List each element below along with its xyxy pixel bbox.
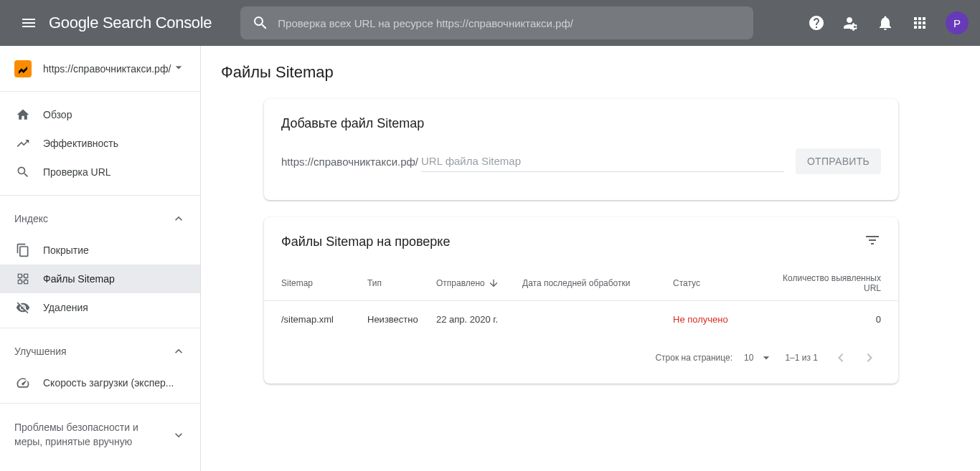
table-title: Файлы Sitemap на проверке	[281, 234, 450, 249]
filter-button[interactable]	[864, 232, 881, 252]
prev-page-button[interactable]	[829, 346, 852, 369]
cell-sent: 22 апр. 2020 г.	[436, 314, 522, 325]
home-icon	[14, 106, 32, 123]
property-url: https://справочниктакси.рф/	[43, 63, 171, 75]
header-actions: P	[802, 9, 969, 37]
sidebar-item-url-inspection[interactable]: Проверка URL	[0, 158, 200, 186]
cell-urlcount: 0	[766, 314, 881, 325]
search-icon	[14, 163, 32, 181]
sidebar-section-enhancements[interactable]: Улучшения	[0, 334, 200, 368]
chevron-up-icon	[171, 211, 186, 226]
coverage-icon	[14, 242, 32, 259]
col-header-sent[interactable]: Отправлено	[436, 277, 522, 289]
apps-icon	[911, 14, 928, 32]
help-icon	[808, 14, 825, 32]
sitemaps-table-card: Файлы Sitemap на проверке Sitemap Тип От…	[264, 217, 898, 384]
apps-button[interactable]	[905, 9, 934, 37]
manage-users-button[interactable]	[837, 9, 865, 37]
col-header-type[interactable]: Тип	[367, 278, 436, 288]
chevron-left-icon	[832, 349, 849, 366]
chevron-right-icon	[861, 349, 878, 366]
section-label: Улучшения	[14, 346, 67, 357]
pagination: Строк на странице: 10 1–1 из 1	[264, 338, 898, 384]
card-title: Добавьте файл Sitemap	[264, 99, 898, 143]
property-selector[interactable]: https://справочниктакси.рф/	[0, 46, 200, 92]
cell-status: Не получено	[673, 314, 766, 325]
sidebar-item-overview[interactable]: Обзор	[0, 100, 200, 129]
cell-type: Неизвестно	[367, 314, 436, 325]
pagination-range: 1–1 из 1	[785, 353, 818, 363]
sitemap-url-input[interactable]	[421, 151, 784, 172]
sidebar-item-performance[interactable]: Эффективность	[0, 129, 200, 158]
section-label: Индекс	[14, 213, 48, 224]
chevron-up-icon	[171, 344, 186, 358]
content-area: Файлы Sitemap Добавьте файл Sitemap http…	[201, 46, 980, 471]
dropdown-arrow-icon	[759, 351, 773, 365]
cell-sitemap: /sitemap.xml	[281, 314, 367, 325]
help-button[interactable]	[802, 9, 831, 37]
col-header-sitemap[interactable]: Sitemap	[281, 278, 367, 288]
sidebar-item-label: Проверка URL	[43, 166, 111, 178]
sidebar-item-removals[interactable]: Удаления	[0, 293, 200, 322]
url-prefix: https://справочниктакси.рф/	[281, 156, 418, 168]
sidebar-item-sitemaps[interactable]: Файлы Sitemap	[0, 265, 200, 293]
sidebar-item-coverage[interactable]: Покрытие	[0, 236, 200, 265]
arrow-down-icon	[488, 277, 499, 289]
chevron-down-icon	[171, 428, 186, 442]
dropdown-arrow-icon	[171, 60, 186, 77]
sidebar-item-label: Файлы Sitemap	[43, 273, 115, 285]
sidebar-item-label: Удаления	[43, 302, 88, 313]
filter-icon	[864, 232, 881, 249]
hamburger-icon	[20, 14, 37, 32]
property-icon	[14, 60, 32, 77]
visibility-off-icon	[14, 299, 32, 316]
col-header-status[interactable]: Статус	[673, 278, 766, 288]
trending-icon	[14, 135, 32, 152]
sidebar-section-security[interactable]: Проблемы безопасности и меры, принятые в…	[0, 409, 200, 460]
sidebar: https://справочниктакси.рф/ Обзор Эффект…	[0, 46, 201, 471]
section-label: Проблемы безопасности и меры, принятые в…	[14, 421, 151, 449]
speed-icon	[14, 374, 32, 391]
search-icon	[252, 14, 269, 32]
rows-per-page-select[interactable]: 10	[744, 351, 773, 365]
search-box[interactable]	[240, 6, 753, 39]
table-row[interactable]: /sitemap.xml Неизвестно 22 апр. 2020 г. …	[264, 300, 898, 338]
table-header-row: Sitemap Тип Отправлено Дата последней об…	[264, 266, 898, 300]
sidebar-item-label: Обзор	[43, 109, 72, 120]
next-page-button[interactable]	[858, 346, 881, 369]
menu-button[interactable]	[11, 6, 46, 40]
notifications-button[interactable]	[871, 9, 900, 37]
col-header-urlcount[interactable]: Количество выявленных URL	[766, 273, 881, 293]
add-sitemap-card: Добавьте файл Sitemap https://справочник…	[264, 99, 898, 200]
person-gear-icon	[842, 14, 859, 32]
search-input[interactable]	[278, 17, 742, 29]
submit-button[interactable]: ОТПРАВИТЬ	[796, 148, 881, 174]
sidebar-item-label: Эффективность	[43, 138, 118, 149]
logo: Google Search Console	[49, 14, 212, 32]
sitemap-icon	[14, 270, 32, 287]
app-header: Google Search Console P	[0, 0, 980, 46]
bell-icon	[877, 14, 894, 32]
avatar[interactable]: P	[946, 11, 969, 34]
sidebar-section-index[interactable]: Индекс	[0, 201, 200, 236]
col-header-processed[interactable]: Дата последней обработки	[522, 278, 673, 288]
sidebar-item-label: Скорость загрузки (экспер...	[43, 377, 174, 389]
rows-per-page-label: Строк на странице:	[655, 353, 732, 363]
sidebar-item-speed[interactable]: Скорость загрузки (экспер...	[0, 368, 200, 397]
page-title: Файлы Sitemap	[201, 46, 980, 99]
sidebar-item-label: Покрытие	[43, 244, 89, 256]
